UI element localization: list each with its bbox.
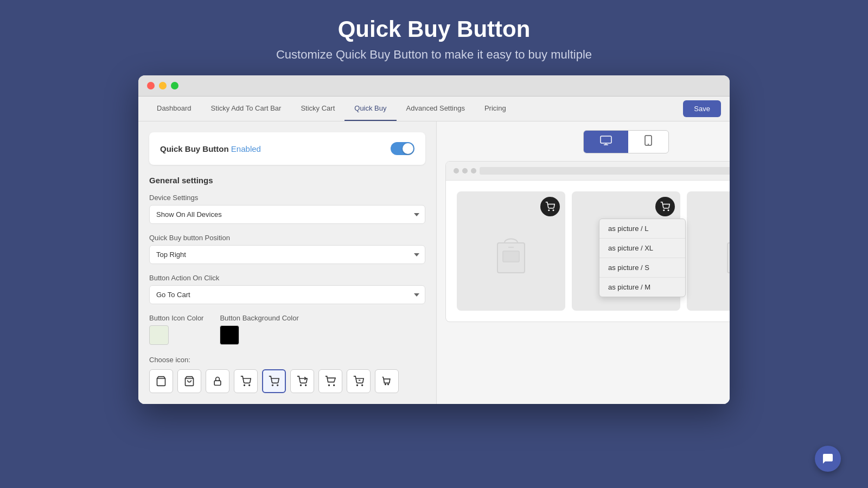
icon-color-group: Button Icon Color — [149, 314, 203, 345]
tab-sticky-add-to-cart-bar[interactable]: Sticky Add To Cart Bar — [201, 97, 291, 121]
icon-btn-cart-right[interactable] — [234, 369, 258, 393]
page-subtitle: Customize Quick Buy Button to make it ea… — [276, 48, 592, 62]
dropdown-item-s[interactable]: as picture / S — [599, 258, 685, 278]
device-settings-label: Device Settings — [149, 194, 425, 202]
svg-point-23 — [553, 210, 554, 211]
page-header: Quick Buy Button Customize Quick Buy But… — [276, 16, 592, 62]
quick-buy-toggle[interactable] — [391, 142, 414, 155]
section-title: General settings — [149, 176, 425, 185]
icon-btn-bag-lock[interactable] — [206, 369, 229, 393]
svg-rect-14 — [601, 136, 611, 143]
dropdown-item-l[interactable]: as picture / L — [599, 219, 685, 239]
icon-color-swatch[interactable] — [149, 325, 169, 345]
icon-btn-cart-simple[interactable] — [375, 369, 399, 393]
icon-btn-cart-dash[interactable] — [347, 369, 371, 393]
browser-url-bar — [480, 167, 730, 175]
button-action-group: Button Action On Click Go To CartAdd To … — [149, 274, 425, 304]
position-group: Quick Buy button Position Top RightTop L… — [149, 234, 425, 264]
cart-button-card-2[interactable] — [655, 197, 675, 216]
svg-point-6 — [277, 384, 278, 386]
svg-point-5 — [272, 384, 273, 386]
desktop-view-button[interactable] — [584, 131, 628, 153]
svg-point-3 — [244, 385, 245, 386]
tab-quick-buy[interactable]: Quick Buy — [344, 97, 396, 121]
color-row: Button Icon Color Button Background Colo… — [149, 314, 425, 345]
right-panel: as picture / L as picture / XL as pictur… — [437, 121, 730, 404]
button-action-label: Button Action On Click — [149, 274, 425, 282]
browser-dot-3 — [471, 168, 476, 174]
close-button[interactable] — [147, 82, 155, 89]
icon-btn-bag-simple[interactable] — [149, 369, 173, 393]
svg-point-9 — [357, 385, 358, 386]
device-toggle — [583, 130, 669, 153]
bg-color-swatch[interactable] — [220, 325, 239, 345]
left-panel: Quick Buy Button Enabled General setting… — [138, 121, 437, 404]
icon-btn-bag-outline[interactable] — [177, 369, 201, 393]
tab-pricing[interactable]: Pricing — [475, 97, 516, 121]
toggle-label: Quick Buy Button Enabled — [160, 144, 261, 153]
icon-grid — [149, 369, 425, 393]
bg-color-group: Button Background Color — [220, 314, 298, 345]
svg-point-10 — [362, 385, 363, 386]
enabled-badge: Enabled — [231, 144, 261, 153]
mobile-view-button[interactable] — [628, 131, 668, 153]
svg-rect-20 — [503, 251, 519, 262]
svg-point-8 — [305, 385, 307, 386]
product-card-1 — [457, 191, 565, 311]
icon-btn-cart-dark[interactable] — [318, 369, 342, 393]
quick-buy-toggle-card: Quick Buy Button Enabled — [149, 132, 425, 165]
svg-point-22 — [548, 210, 550, 211]
nav-tabs-list: Dashboard Sticky Add To Cart Bar Sticky … — [147, 97, 683, 121]
browser-bar — [446, 162, 730, 181]
tab-advanced-settings[interactable]: Advanced Settings — [397, 97, 475, 121]
dropdown-item-m[interactable]: as picture / M — [599, 278, 685, 297]
nav-tabs: Dashboard Sticky Add To Cart Bar Sticky … — [138, 97, 730, 121]
device-toggle-bar — [445, 130, 730, 153]
position-label: Quick Buy button Position — [149, 234, 425, 242]
dropdown-item-xl[interactable]: as picture / XL — [599, 239, 685, 258]
maximize-button[interactable] — [171, 82, 178, 89]
svg-rect-2 — [214, 381, 221, 385]
device-settings-select[interactable]: Show On All DevicesDesktop OnlyMobile On… — [149, 205, 425, 224]
minimize-button[interactable] — [159, 82, 167, 89]
tab-dashboard[interactable]: Dashboard — [147, 97, 201, 121]
cart-button-card-1[interactable] — [540, 197, 560, 216]
browser-mockup: as picture / L as picture / XL as pictur… — [445, 161, 730, 322]
variant-dropdown: as picture / L as picture / XL as pictur… — [599, 219, 686, 297]
product-grid: as picture / L as picture / XL as pictur… — [446, 181, 730, 322]
svg-point-18 — [648, 144, 649, 145]
svg-point-12 — [385, 384, 386, 385]
page-title: Quick Buy Button — [276, 16, 592, 42]
app-window: Dashboard Sticky Add To Cart Bar Sticky … — [138, 75, 730, 404]
svg-point-27 — [663, 210, 665, 211]
product-card-3 — [687, 191, 730, 311]
svg-point-7 — [301, 385, 302, 386]
button-action-select[interactable]: Go To CartAdd To CartQuick View — [149, 285, 425, 304]
product-card-2: as picture / L as picture / XL as pictur… — [572, 191, 680, 311]
position-select[interactable]: Top RightTop LeftBottom RightBottom Left — [149, 245, 425, 264]
icon-chooser: Choose icon: — [149, 356, 425, 393]
tab-sticky-cart[interactable]: Sticky Cart — [291, 97, 344, 121]
choose-icon-label: Choose icon: — [149, 356, 425, 364]
general-settings-section: General settings Device Settings Show On… — [149, 176, 425, 393]
main-content: Quick Buy Button Enabled General setting… — [138, 121, 730, 404]
window-titlebar — [138, 75, 730, 97]
svg-point-13 — [388, 384, 389, 385]
svg-point-4 — [249, 385, 250, 386]
chat-bubble[interactable] — [815, 446, 841, 472]
icon-btn-cart-arrow[interactable] — [290, 369, 314, 393]
icon-color-label: Button Icon Color — [149, 314, 203, 322]
device-settings-group: Device Settings Show On All DevicesDeskt… — [149, 194, 425, 224]
save-button[interactable]: Save — [683, 100, 721, 117]
browser-dot-1 — [454, 168, 459, 174]
svg-rect-29 — [727, 243, 730, 273]
icon-btn-cart-filled[interactable] — [262, 369, 286, 393]
bg-color-label: Button Background Color — [220, 314, 298, 322]
svg-point-28 — [668, 210, 669, 211]
browser-dot-2 — [462, 168, 468, 174]
